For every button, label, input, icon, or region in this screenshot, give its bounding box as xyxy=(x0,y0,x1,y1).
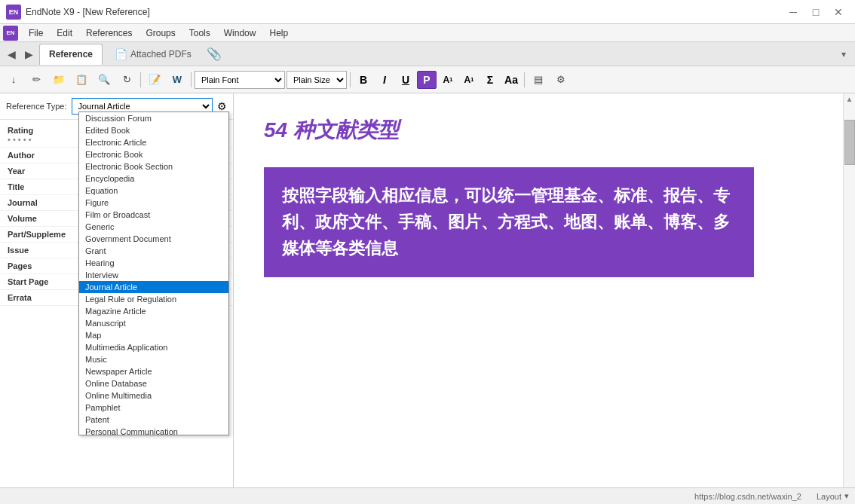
menu-groups[interactable]: Groups xyxy=(139,26,181,40)
right-panel: 54 种文献类型 按照字段输入相应信息，可以统一管理基金、标准、报告、专利、政府… xyxy=(234,93,843,504)
underline-button[interactable]: U xyxy=(396,71,415,89)
list-item[interactable]: Online Database xyxy=(79,377,228,389)
titlebar: EN EndNote X9 - [New Reference] ─ □ ✕ xyxy=(0,0,855,24)
ref-type-label: Reference Type: xyxy=(6,102,67,111)
separator-3 xyxy=(350,72,351,87)
titlebar-title: EndNote X9 - [New Reference] xyxy=(26,7,150,17)
list-item[interactable]: Edited Book xyxy=(79,124,228,136)
separator-4 xyxy=(524,72,525,87)
copy-button[interactable]: 📋 xyxy=(71,70,92,90)
list-item[interactable]: Pamphlet xyxy=(79,402,228,414)
list-item[interactable]: Film or Broadcast xyxy=(79,209,228,221)
layout-button[interactable]: ▤ xyxy=(528,70,549,90)
list-item[interactable]: Patent xyxy=(79,414,228,426)
dropdown-list[interactable]: Discussion Forum Edited Book Electronic … xyxy=(78,111,229,435)
list-item[interactable]: Equation xyxy=(79,185,228,197)
scrollbar-thumb[interactable] xyxy=(844,120,855,165)
refresh-button[interactable]: ↻ xyxy=(116,70,137,90)
plain-button[interactable]: P xyxy=(417,71,437,89)
list-item[interactable]: Newspaper Article xyxy=(79,365,228,377)
list-item[interactable]: Music xyxy=(79,353,228,365)
list-item[interactable]: Personal Communication xyxy=(79,426,228,435)
titlebar-left: EN EndNote X9 - [New Reference] xyxy=(6,5,150,20)
settings-icon[interactable]: ⚙ xyxy=(217,100,227,112)
tabbar: ◀ ▶ Reference 📄 Attached PDFs 📎 ▾ xyxy=(0,42,855,66)
right-scrollbar[interactable]: ▲ ▼ xyxy=(843,93,855,504)
list-item[interactable]: Encyclopedia xyxy=(79,173,228,185)
separator-2 xyxy=(191,72,192,87)
list-item[interactable]: Hearing xyxy=(79,257,228,269)
right-content-area: 54 种文献类型 按照字段输入相应信息，可以统一管理基金、标准、报告、专利、政府… xyxy=(234,93,855,504)
content-box: 按照字段输入相应信息，可以统一管理基金、标准、报告、专利、政府文件、手稿、图片、… xyxy=(264,167,754,277)
sigma-button[interactable]: Σ xyxy=(480,71,500,89)
content-title: 54 种文献类型 xyxy=(264,116,399,145)
back-button[interactable]: ◀ xyxy=(5,47,19,62)
maximize-button[interactable]: □ xyxy=(805,4,826,20)
minimize-button[interactable]: ─ xyxy=(783,4,804,20)
attach-icon[interactable]: 📎 xyxy=(204,45,225,63)
superscript-button[interactable]: A1 xyxy=(438,71,458,89)
list-item[interactable]: Multimedia Application xyxy=(79,341,228,353)
tab-attached-pdfs[interactable]: 📄 Attached PDFs xyxy=(106,44,201,65)
statusbar: https://blog.csdn.net/waxin_2 Layout ▾ xyxy=(0,487,855,504)
tab-dropdown[interactable]: ▾ xyxy=(837,47,850,61)
aa-button[interactable]: Aa xyxy=(501,71,521,89)
list-item[interactable]: Map xyxy=(79,329,228,341)
list-item[interactable]: Legal Rule or Regulation xyxy=(79,293,228,305)
menu-file[interactable]: File xyxy=(23,26,49,40)
list-item[interactable]: Discussion Forum xyxy=(79,112,228,124)
folder-button[interactable]: 📁 xyxy=(48,70,69,90)
list-item[interactable]: Electronic Book Section xyxy=(79,160,228,173)
endnote-menu-icon: EN xyxy=(3,26,18,41)
status-url: https://blog.csdn.net/waxin_2 xyxy=(694,492,801,501)
toolbar: ↓ ✏ 📁 📋 🔍 ↻ 📝 W Plain Font Plain Size B … xyxy=(0,66,855,93)
pdf-icon: 📄 xyxy=(115,48,127,60)
menu-help[interactable]: Help xyxy=(263,26,294,40)
menu-edit[interactable]: Edit xyxy=(51,26,78,40)
list-item[interactable]: Electronic Book xyxy=(79,148,228,160)
titlebar-controls: ─ □ ✕ xyxy=(783,4,849,20)
chevron-down-icon[interactable]: ▾ xyxy=(844,491,849,501)
size-select[interactable]: Plain Size xyxy=(287,71,347,89)
font-select[interactable]: Plain Font xyxy=(195,71,285,89)
search2-button[interactable]: 🔍 xyxy=(93,70,115,90)
left-panel: Reference Type: Journal Article ⚙ Discus… xyxy=(0,93,234,504)
bold-button[interactable]: B xyxy=(354,71,373,89)
list-item[interactable]: Electronic Article xyxy=(79,136,228,148)
edit-button[interactable]: ✏ xyxy=(26,70,47,90)
menu-tools[interactable]: Tools xyxy=(183,26,216,40)
menu-window[interactable]: Window xyxy=(218,26,262,40)
separator-1 xyxy=(140,72,141,87)
insert-button[interactable]: ↓ xyxy=(3,70,24,90)
word-button[interactable]: W xyxy=(167,70,188,90)
tab-reference[interactable]: Reference xyxy=(39,44,103,65)
doc-button[interactable]: 📝 xyxy=(144,70,165,90)
list-item[interactable]: Magazine Article xyxy=(79,305,228,317)
list-item[interactable]: Figure xyxy=(79,197,228,209)
main-content: Reference Type: Journal Article ⚙ Discus… xyxy=(0,93,855,504)
list-item[interactable]: Government Document xyxy=(79,233,228,245)
options-button[interactable]: ⚙ xyxy=(550,70,572,90)
subscript-button[interactable]: A1 xyxy=(459,71,479,89)
list-item[interactable]: Grant xyxy=(79,245,228,257)
close-button[interactable]: ✕ xyxy=(828,4,849,20)
list-item[interactable]: Interview xyxy=(79,269,228,281)
endnote-icon: EN xyxy=(6,5,21,20)
forward-button[interactable]: ▶ xyxy=(22,47,36,62)
italic-button[interactable]: I xyxy=(375,71,394,89)
list-item[interactable]: Generic xyxy=(79,221,228,233)
list-item[interactable]: Manuscript xyxy=(79,317,228,329)
menubar: EN File Edit References Groups Tools Win… xyxy=(0,24,855,42)
list-item[interactable]: Online Multimedia xyxy=(79,389,228,402)
menu-references[interactable]: References xyxy=(80,26,138,40)
status-layout: Layout xyxy=(817,492,841,501)
list-item-selected[interactable]: Journal Article xyxy=(79,281,228,293)
